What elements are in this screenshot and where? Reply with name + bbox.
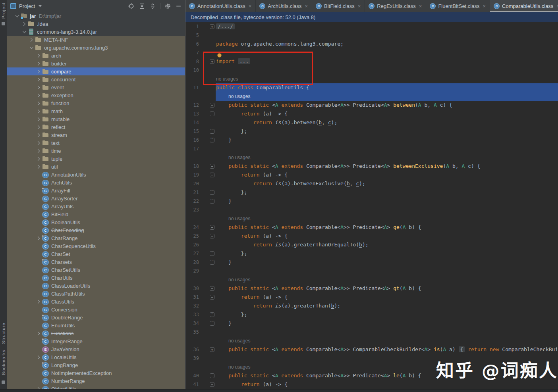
tree-item-longrange[interactable]: CLongRange bbox=[7, 361, 185, 369]
expand-all-icon[interactable] bbox=[139, 3, 145, 10]
tree-item-classloaderutils[interactable]: CClassLoaderUtils bbox=[7, 282, 185, 290]
settings-gear-icon[interactable] bbox=[164, 3, 171, 10]
tree-item-charsets[interactable]: CCharsets bbox=[7, 258, 185, 266]
usages-hint[interactable]: no usages bbox=[228, 364, 250, 370]
fold-marker-icon[interactable]: ˆ bbox=[210, 321, 214, 326]
usages-hint[interactable]: no usages bbox=[228, 216, 250, 221]
chevron-collapsed-icon[interactable] bbox=[35, 118, 42, 121]
chevron-collapsed-icon[interactable] bbox=[35, 356, 42, 359]
tree-item-integerrange[interactable]: CIntegerRange bbox=[7, 337, 185, 345]
usages-hint[interactable]: no usages bbox=[228, 155, 250, 160]
intention-bulb-icon[interactable] bbox=[217, 53, 222, 58]
chevron-collapsed-icon[interactable] bbox=[35, 237, 42, 240]
chevron-collapsed-icon[interactable] bbox=[35, 102, 42, 105]
tree-item-charencoding[interactable]: CCharEncoding bbox=[7, 226, 185, 234]
tab-bitfield-class[interactable]: CBitField.class× bbox=[312, 0, 365, 12]
fold-marker-icon[interactable]: ˆ bbox=[210, 199, 214, 204]
close-icon[interactable]: × bbox=[556, 3, 558, 9]
tree-item-classpathutils[interactable]: CClassPathUtils bbox=[7, 290, 185, 298]
tree-item-commons-lang3-3-14-0-jar[interactable]: commons-lang3-3.14.0.jar bbox=[7, 28, 185, 36]
chevron-collapsed-icon[interactable] bbox=[35, 94, 42, 97]
chevron-collapsed-icon[interactable] bbox=[35, 158, 42, 160]
fold-marker-icon[interactable]: ˆ bbox=[210, 129, 214, 134]
tab-comparableutils-class[interactable]: CComparableUtils.class× bbox=[490, 0, 558, 12]
fold-marker-icon[interactable]: ˆ bbox=[210, 251, 214, 256]
tree-item-arrayfill[interactable]: CArrayFill bbox=[7, 186, 185, 194]
tree-item-conversion[interactable]: CConversion bbox=[7, 306, 185, 313]
chevron-collapsed-icon[interactable] bbox=[35, 134, 42, 136]
tree-item-meta-inf[interactable]: META-INF bbox=[7, 36, 185, 44]
usages-hint[interactable]: no usages bbox=[228, 277, 250, 282]
tree-item-javaversion[interactable]: EJavaVersion bbox=[7, 345, 185, 353]
tree-item-arch[interactable]: arch bbox=[7, 52, 185, 60]
fold-marker-icon[interactable]: − bbox=[210, 382, 214, 387]
tree-item-util[interactable]: util bbox=[7, 163, 185, 171]
tree-item-charutils[interactable]: CCharUtils bbox=[7, 274, 185, 282]
fold-marker-icon[interactable]: + bbox=[210, 347, 214, 352]
tree-item-booleanutils[interactable]: CBooleanUtils bbox=[7, 218, 185, 226]
chevron-collapsed-icon[interactable] bbox=[35, 70, 42, 73]
tab-regexutils-class[interactable]: CRegExUtils.class× bbox=[365, 0, 426, 12]
chevron-expanded-icon[interactable] bbox=[14, 15, 21, 17]
bookmarks-toolwindow-icon[interactable] bbox=[2, 380, 5, 384]
close-icon[interactable]: × bbox=[419, 3, 422, 9]
chevron-collapsed-icon[interactable] bbox=[21, 23, 28, 25]
tree-item-numberrange[interactable]: CNumberRange bbox=[7, 377, 185, 385]
chevron-down-icon[interactable] bbox=[39, 5, 42, 7]
stripe-tab-structure[interactable]: Structure bbox=[1, 323, 6, 344]
tree-item-math[interactable]: math bbox=[7, 107, 185, 115]
tree-item-functions[interactable]: CFunctions bbox=[7, 329, 185, 337]
tree-item-compare[interactable]: compare bbox=[7, 67, 185, 75]
chevron-collapsed-icon[interactable] bbox=[35, 86, 42, 89]
tree-item-arrayutils[interactable]: CArrayUtils bbox=[7, 202, 185, 210]
collapse-all-icon[interactable] bbox=[149, 3, 156, 10]
tree-item-mutable[interactable]: mutable bbox=[7, 115, 185, 123]
tree-item-charrange[interactable]: CCharRange bbox=[7, 234, 185, 242]
close-icon[interactable]: × bbox=[305, 3, 308, 9]
fold-marker-icon[interactable]: − bbox=[210, 373, 214, 378]
tab-annotationutils-class[interactable]: CAnnotationUtils.class× bbox=[185, 0, 256, 12]
tree-item-builder[interactable]: builder bbox=[7, 60, 185, 67]
fold-marker-icon[interactable]: − bbox=[210, 173, 214, 177]
project-panel-title[interactable]: Project bbox=[19, 3, 35, 9]
chevron-collapsed-icon[interactable] bbox=[35, 62, 42, 65]
tree-item-doublerange[interactable]: CDoubleRange bbox=[7, 313, 185, 321]
tree-item-enumutils[interactable]: CEnumUtils bbox=[7, 321, 185, 329]
fold-marker-icon[interactable]: − bbox=[210, 286, 214, 291]
tree-item-charsequenceutils[interactable]: CCharSequenceUtils bbox=[7, 242, 185, 250]
chevron-collapsed-icon[interactable] bbox=[35, 126, 42, 129]
tree-item-annotationutils[interactable]: CAnnotationUtils bbox=[7, 171, 185, 179]
fold-marker-icon[interactable]: − bbox=[210, 295, 214, 300]
tab-fluentbitset-class[interactable]: CFluentBitSet.class× bbox=[426, 0, 490, 12]
chevron-collapsed-icon[interactable] bbox=[28, 38, 35, 41]
tree-item-bitfield[interactable]: CBitField bbox=[7, 210, 185, 218]
tree-item-notimplementedexception[interactable]: CNotImplementedException bbox=[7, 369, 185, 377]
fold-marker-icon[interactable]: − bbox=[210, 234, 214, 238]
tree-item--idea[interactable]: .idea bbox=[7, 20, 185, 28]
chevron-expanded-icon[interactable] bbox=[28, 47, 35, 48]
tab-archutils-class[interactable]: CArchUtils.class× bbox=[256, 0, 312, 12]
chevron-collapsed-icon[interactable] bbox=[35, 142, 42, 144]
locate-icon[interactable] bbox=[128, 3, 135, 10]
fold-marker-icon[interactable]: + bbox=[210, 24, 214, 29]
chevron-collapsed-icon[interactable] bbox=[35, 54, 42, 57]
chevron-collapsed-icon[interactable] bbox=[35, 165, 42, 168]
tree-item-charsetutils[interactable]: CCharSetUtils bbox=[7, 266, 185, 274]
tree-item-org-apache-commons-lang3[interactable]: org.apache.commons.lang3 bbox=[7, 44, 185, 52]
close-icon[interactable]: × bbox=[358, 3, 361, 9]
chevron-collapsed-icon[interactable] bbox=[35, 300, 42, 303]
tree-item-arraysorter[interactable]: CArraySorter bbox=[7, 194, 185, 202]
chevron-collapsed-icon[interactable] bbox=[35, 110, 42, 113]
chevron-collapsed-icon[interactable] bbox=[35, 78, 42, 81]
hide-panel-icon[interactable] bbox=[175, 3, 182, 10]
fold-marker-icon[interactable]: ˆ bbox=[210, 138, 214, 142]
usages-hint[interactable]: no usages bbox=[228, 338, 250, 344]
tree-item-concurrent[interactable]: concurrent bbox=[7, 75, 185, 83]
tree-item-jar[interactable]: jarD:\tmp\jar bbox=[7, 12, 185, 20]
tree-item-classutils[interactable]: CClassUtils bbox=[7, 298, 185, 306]
tree-item-text[interactable]: text bbox=[7, 139, 185, 147]
tree-item-localeutils[interactable]: CLocaleUtils bbox=[7, 353, 185, 361]
stripe-tab-project[interactable]: Project bbox=[1, 2, 6, 19]
close-icon[interactable]: × bbox=[483, 3, 486, 9]
tree-item-charset[interactable]: CCharSet bbox=[7, 250, 185, 258]
